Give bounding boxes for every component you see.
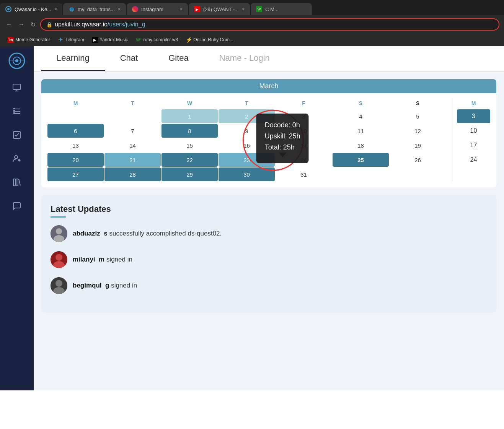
tab-close-instagram[interactable]: ×: [180, 6, 183, 12]
svg-point-1: [7, 8, 10, 10]
cal-cell-4[interactable]: 4: [333, 109, 389, 123]
sidebar-item-chat[interactable]: [8, 198, 25, 214]
svg-marker-17: [18, 159, 21, 162]
tab-close-mydata[interactable]: ×: [118, 6, 121, 12]
cal-cell-right-17[interactable]: 17: [457, 138, 490, 152]
avatar-milanyi: [51, 251, 67, 268]
bookmark-yandex[interactable]: ▶ Yandex Music: [89, 36, 131, 44]
cal-cell-7[interactable]: 7: [104, 124, 161, 138]
cal-cell-8[interactable]: 8: [161, 124, 218, 138]
sidebar-item-list[interactable]: [8, 103, 25, 120]
svg-point-24: [55, 254, 62, 261]
back-button[interactable]: ←: [5, 20, 14, 29]
sidebar-logo[interactable]: [8, 52, 26, 70]
update-item-1: abduaziz_s successfully accomplished ds-…: [51, 225, 487, 242]
tab-mydata[interactable]: 🌐 my_data_trans... ×: [63, 3, 126, 15]
cal-cell-14[interactable]: 14: [104, 138, 161, 152]
cal-cell-18[interactable]: 18: [333, 138, 389, 152]
cal-header-f: F: [276, 98, 332, 109]
bookmark-icon-meme: im: [8, 37, 14, 43]
cal-cell-2[interactable]: 2: [219, 109, 275, 123]
cal-header-m: M: [47, 98, 104, 109]
cal-cell-11[interactable]: 11: [333, 124, 389, 138]
cal-cell-13[interactable]: 13: [47, 138, 104, 152]
forward-button[interactable]: →: [17, 20, 26, 29]
cal-cell-23[interactable]: 23: [219, 153, 275, 167]
cal-cell-12[interactable]: 12: [390, 124, 446, 138]
tab-title-qwasar: Qwasar.io - Ke...: [15, 6, 51, 12]
svg-rect-13: [13, 110, 15, 112]
cal-cell-29[interactable]: 29: [161, 167, 218, 181]
bookmark-meme[interactable]: im Meme Generator: [5, 36, 53, 44]
svg-point-27: [55, 280, 62, 287]
cal-cell-15[interactable]: 15: [161, 138, 218, 152]
cal-cell-31[interactable]: 31: [276, 167, 332, 181]
cal-cell-3[interactable]: 3: [276, 109, 332, 123]
cal-cell-24[interactable]: 24: [276, 153, 332, 167]
cal-cell-21[interactable]: 21: [104, 153, 161, 167]
cal-cell-30[interactable]: 30: [219, 167, 275, 181]
tab-icon-instagram: [132, 6, 138, 12]
bookmark-icon-ruby-online: ⚡: [186, 37, 192, 43]
cal-cell-26[interactable]: 26: [390, 153, 446, 167]
cal-cell-right-3[interactable]: 3: [457, 109, 490, 123]
bookmark-icon-telegram: ✈: [58, 37, 64, 43]
bookmark-ruby-w3[interactable]: W³ ruby compiler w3: [133, 36, 181, 44]
page: Learning Chat Gitea Name - Login March M…: [0, 46, 504, 390]
cal-header-w: W: [161, 98, 218, 109]
tab-instagram[interactable]: Instagram ×: [127, 3, 188, 15]
svg-rect-18: [13, 179, 15, 186]
svg-rect-6: [13, 84, 21, 89]
cal-header-s1: S: [333, 98, 389, 109]
tab-chat[interactable]: Chat: [105, 46, 153, 71]
bookmark-icon-yandex: ▶: [92, 37, 98, 43]
tab-qwasar[interactable]: Qwasar.io - Ke... ×: [0, 3, 62, 15]
cal-cell-22[interactable]: 22: [161, 153, 218, 167]
bookmark-telegram[interactable]: ✈ Telegram: [55, 36, 87, 44]
svg-point-21: [56, 228, 62, 234]
cal-cell-9[interactable]: 9: [219, 124, 275, 138]
cal-cell-28[interactable]: 28: [104, 167, 161, 181]
tab-bar: Qwasar.io - Ke... × 🌐 my_data_trans... ×…: [0, 0, 504, 15]
lock-icon: 🔒: [46, 22, 52, 28]
sidebar-item-person[interactable]: [8, 150, 25, 167]
update-item-3: begimqul_g signed in: [51, 277, 487, 294]
bookmark-ruby-online[interactable]: ⚡ Online Ruby Com...: [183, 36, 237, 44]
cal-cell-right-10[interactable]: 10: [457, 124, 490, 138]
tab-cm[interactable]: W C M...: [251, 3, 312, 15]
tab-title-instagram: Instagram: [141, 6, 177, 12]
browser-chrome: Qwasar.io - Ke... × 🌐 my_data_trans... ×…: [0, 0, 504, 46]
sidebar-item-check[interactable]: [8, 127, 25, 143]
cal-cell-5[interactable]: 5: [390, 109, 446, 123]
cal-cell-6[interactable]: 6: [47, 124, 104, 138]
sidebar: [0, 46, 34, 390]
avatar-begimqul: [51, 277, 67, 294]
cal-cell-right-24[interactable]: 24: [457, 153, 490, 167]
sidebar-item-books[interactable]: [8, 174, 25, 191]
cal-cell-27[interactable]: 27: [47, 167, 104, 181]
cal-cell-1[interactable]: 1: [161, 109, 218, 123]
username-abduaziz[interactable]: abduaziz_s: [73, 230, 108, 237]
tab-gitea[interactable]: Gitea: [153, 46, 204, 71]
tab-close-qwasar[interactable]: ×: [54, 6, 57, 12]
tab-title-qwant: (29) QWANT -...: [203, 6, 239, 12]
cal-cell-17[interactable]: 17: [276, 138, 332, 152]
tab-name-login[interactable]: Name - Login: [204, 46, 285, 71]
cal-cell-25[interactable]: 25: [333, 153, 389, 167]
cal-cell-16[interactable]: 16: [219, 138, 275, 152]
cal-cell-empty-4: [390, 167, 446, 181]
username-milanyi[interactable]: milanyi_m: [73, 256, 104, 263]
cal-cell-19[interactable]: 19: [390, 138, 446, 152]
address-bar[interactable]: 🔒 upskill.us.qwasar.io/users/juvin_g: [40, 18, 499, 31]
tab-learning[interactable]: Learning: [41, 46, 105, 71]
main-content: Learning Chat Gitea Name - Login March M…: [34, 46, 504, 390]
content-area: March M T W T F S S: [34, 72, 504, 390]
tab-qwant[interactable]: ▶ (29) QWANT -... ×: [189, 3, 250, 15]
username-begimqul[interactable]: begimqul_g: [73, 282, 109, 289]
tab-close-qwant[interactable]: ×: [242, 6, 245, 12]
calendar-section: March M T W T F S S: [41, 79, 496, 187]
sidebar-item-monitor[interactable]: [8, 79, 25, 96]
cal-cell-10[interactable]: 10: [276, 124, 332, 138]
cal-cell-20[interactable]: 20: [47, 153, 104, 167]
reload-button[interactable]: ↻: [29, 20, 37, 30]
